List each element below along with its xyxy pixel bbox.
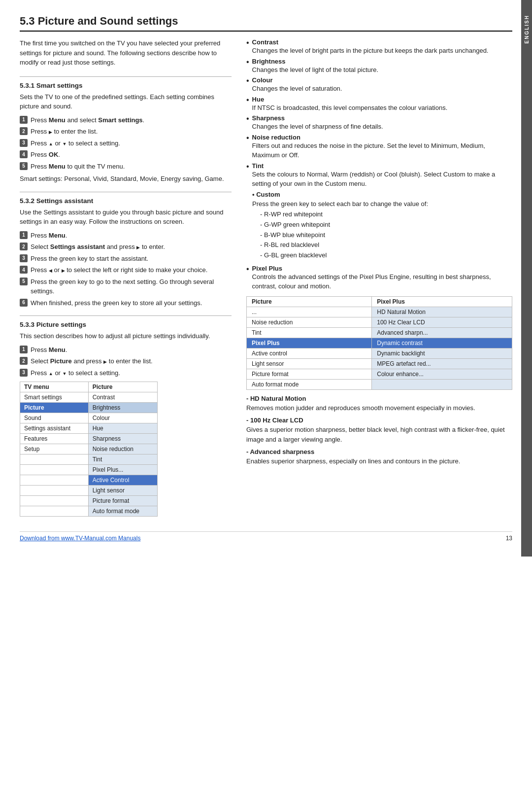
step-item: 2Select Picture and press to enter the l…: [20, 356, 232, 366]
bullet-title-colour: Colour: [252, 76, 273, 84]
table-row: Picture format Colour enhance...: [247, 369, 512, 379]
section-533: 5.3.3 Picture settings This section desc…: [20, 321, 232, 517]
bullet-brightness: • Brightness Changes the level of light …: [246, 58, 512, 75]
step-item: 3Press the green key to start the assist…: [20, 254, 232, 264]
section-533-intro: This section describes how to adjust all…: [20, 331, 232, 341]
cell-brightness: Brightness: [88, 403, 157, 413]
step-number: 3: [20, 139, 28, 147]
pixel-plus-table: Picture Pixel Plus ... HD Natural Motion…: [246, 296, 512, 390]
cell-empty4: [20, 486, 89, 496]
footer-page: 13: [506, 535, 512, 542]
footer-link[interactable]: Download from www.TV-Manual.com Manuals: [20, 535, 140, 542]
table-row: Smart settings Contrast: [20, 392, 158, 403]
cell-picture-format: Picture format: [88, 496, 157, 506]
custom-item: - B-WP blue whitepoint: [260, 230, 512, 241]
table-row: Picture format: [20, 496, 158, 506]
bullet-contrast: • Contrast Changes the level of bright p…: [246, 38, 512, 56]
table-row: Sound Colour: [20, 413, 158, 423]
table-row: Settings assistant Hue: [20, 423, 158, 434]
bullet-dot: •: [246, 76, 249, 85]
bullet-text-noise-reduction: Filters out and reduces the noise in the…: [252, 142, 485, 159]
step-item: 2Select Settings assistant and press to …: [20, 242, 232, 252]
bullet-sharpness: • Sharpness Changes the level of sharpne…: [246, 114, 512, 132]
bullet-text-contrast: Changes the level of bright parts in the…: [252, 47, 489, 54]
step-text: Press or to select a setting.: [31, 368, 232, 378]
pp-cell-empty: [372, 379, 512, 389]
cell-empty6: [20, 506, 89, 517]
table-row: Light sensor MPEG artefact red...: [247, 358, 512, 369]
step-number: 6: [20, 299, 28, 307]
custom-item: - R-WP red whitepoint: [260, 209, 512, 220]
custom-section: • Custom Press the green key to select e…: [252, 191, 512, 261]
section-533-steps: 1Press Menu. 2Select Picture and press t…: [20, 345, 232, 378]
bullet-text-colour: Changes the level of saturation.: [252, 85, 342, 92]
cell-noise-reduction: Noise reduction: [88, 444, 157, 454]
cell-empty1: [20, 454, 89, 465]
custom-items: - R-WP red whitepoint - G-WP green white…: [260, 209, 512, 261]
step-text: Press Menu.: [31, 345, 232, 355]
pp-cell-light: Light sensor: [247, 358, 372, 369]
divider-531: [20, 76, 232, 77]
step-number: 3: [20, 369, 28, 377]
bullet-title-noise-reduction: Noise reduction: [252, 134, 300, 141]
step-text: Press or to select the left or right sid…: [31, 265, 232, 275]
pp-col1-header: Picture: [247, 296, 372, 307]
step-item: 5Press the green key to go to the next s…: [20, 277, 232, 296]
step-number: 1: [20, 116, 28, 124]
col2-header: Picture: [88, 382, 157, 392]
step-item: 5Press Menu to quit the TV menu.: [20, 162, 232, 172]
bullet-title-pixel-plus: Pixel Plus: [252, 265, 282, 272]
section-531-intro: Sets the TV to one of the predefined set…: [20, 92, 232, 111]
step-text: Press Menu.: [31, 231, 232, 241]
bullet-title-contrast: Contrast: [252, 38, 278, 46]
step-text: When finished, press the green key to st…: [31, 298, 232, 308]
step-item: 4Press or to select the left or right si…: [20, 265, 232, 275]
section-531-steps: 1Press Menu and select Smart settings. 2…: [20, 115, 232, 172]
pp-cell-advanced-sharp: Advanced sharpn...: [372, 327, 512, 338]
bullet-text-tint: Sets the colours to Normal, Warm (reddis…: [252, 171, 496, 188]
pp-cell-pixel-plus-sel: Pixel Plus: [247, 338, 372, 348]
bullet-tint: • Tint Sets the colours to Normal, Warm …: [246, 162, 512, 189]
pp-cell-dynamic-backlight: Dynamic backlight: [372, 348, 512, 358]
bullet-title-hue: Hue: [252, 96, 265, 103]
table-row: Tint: [20, 454, 158, 465]
dash-title-advanced: - Advanced sharpness: [246, 448, 512, 455]
step-text: Select Settings assistant and press to e…: [31, 242, 232, 252]
step-number: 5: [20, 162, 28, 170]
custom-item: - G-WP green whitepoint: [260, 220, 512, 230]
step-number: 2: [20, 357, 28, 365]
footer: Download from www.TV-Manual.com Manuals …: [20, 531, 512, 542]
section-532-intro: Use the Settings assistant to guide you …: [20, 208, 232, 227]
table-header-row: TV menu Picture: [20, 382, 158, 392]
dash-title-100hz: - 100 Hz Clear LCD: [246, 417, 512, 424]
dash-title-hd: - HD Natural Motion: [246, 395, 512, 402]
section-531-after: Smart settings: Personal, Vivid, Standar…: [20, 174, 232, 184]
page-title: 5.3 Picture and Sound settings: [20, 15, 512, 32]
bullet-title-tint: Tint: [252, 162, 264, 170]
table-header-row: Picture Pixel Plus: [247, 296, 512, 307]
step-number: 1: [20, 231, 28, 239]
pp-cell-auto-format: Auto format mode: [247, 379, 372, 389]
step-number: 2: [20, 127, 28, 135]
bullet-noise-reduction: • Noise reduction Filters out and reduce…: [246, 134, 512, 160]
right-column: • Contrast Changes the level of bright p…: [246, 38, 512, 522]
pp-cell-hd-natural: HD Natural Motion: [372, 307, 512, 317]
dash-text-hd: Removes motion judder and reproduces smo…: [246, 403, 512, 413]
step-text: Press the green key to go to the next se…: [31, 277, 232, 296]
table-row: ... HD Natural Motion: [247, 307, 512, 317]
step-number: 4: [20, 266, 28, 274]
col1-header: TV menu: [20, 382, 89, 392]
section-532-heading: 5.3.2 Settings assistant: [20, 197, 232, 205]
cell-setup: Setup: [20, 444, 89, 454]
cell-contrast: Contrast: [88, 392, 157, 403]
cell-colour: Colour: [88, 413, 157, 423]
step-text: Press OK.: [31, 150, 232, 160]
table-row: Light sensor: [20, 486, 158, 496]
cell-smart-settings: Smart settings: [20, 392, 89, 403]
cell-active-control: Active Control: [88, 475, 157, 486]
language-label: ENGLISH: [524, 15, 530, 43]
step-number: 3: [20, 254, 28, 262]
pp-cell-100hz: 100 Hz Clear LCD: [372, 317, 512, 327]
divider-532: [20, 192, 232, 192]
cell-sharpness: Sharpness: [88, 434, 157, 444]
